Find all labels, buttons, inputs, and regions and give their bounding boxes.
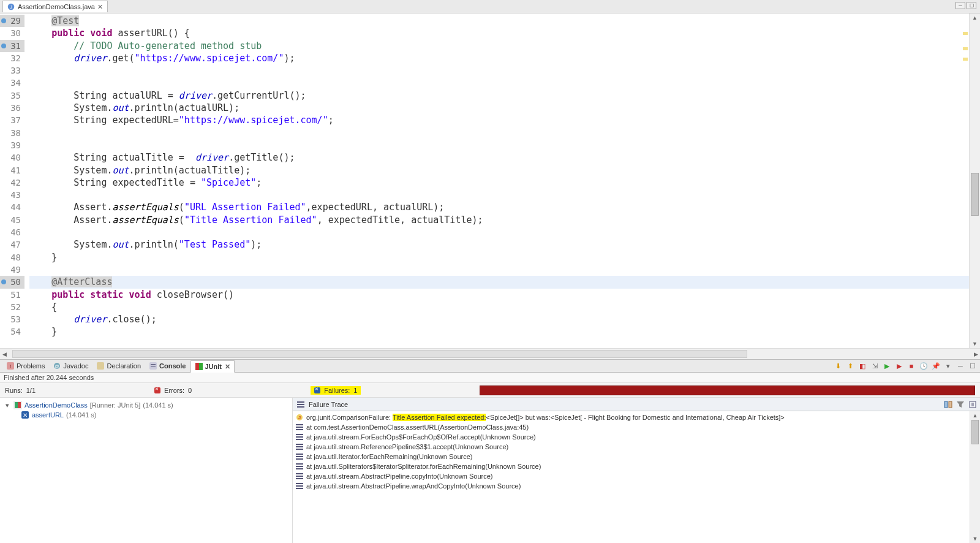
- line-number: 35: [0, 89, 24, 102]
- code-line[interactable]: public static void closeBrowser(): [29, 289, 980, 301]
- java-file-icon: J: [7, 2, 15, 11]
- prev-failure-icon[interactable]: ⬆: [845, 361, 855, 371]
- code-line[interactable]: Assert.assertEquals("URL Assertion Faile…: [29, 201, 980, 213]
- stack-frame[interactable]: at com.test.AssertionDemoClass.assertURL…: [295, 422, 978, 432]
- stack-frame[interactable]: at java.util.stream.ForEachOps$ForEachOp…: [295, 432, 978, 442]
- scroll-lock-icon[interactable]: ⇲: [870, 361, 880, 371]
- stack-frame[interactable]: at java.util.stream.AbstractPipeline.wra…: [295, 481, 978, 491]
- scroll-thumb-h[interactable]: [12, 350, 747, 358]
- minimize-button[interactable]: ─: [956, 2, 965, 9]
- close-icon[interactable]: ✕: [97, 4, 104, 10]
- code-line[interactable]: System.out.println(actualTitle);: [29, 164, 980, 177]
- svg-rect-32: [296, 444, 303, 445]
- code-line[interactable]: {: [29, 301, 980, 313]
- failure-trace-body[interactable]: Jorg.junit.ComparisonFailure: Title Asse…: [293, 411, 980, 543]
- scroll-down-icon[interactable]: ▼: [971, 340, 979, 348]
- trace-scrollbar[interactable]: ▲ ▼: [970, 411, 980, 543]
- code-line[interactable]: [29, 77, 980, 89]
- scroll-thumb[interactable]: [971, 420, 979, 444]
- show-failures-icon[interactable]: ◧: [858, 361, 867, 371]
- code-line[interactable]: [29, 139, 980, 151]
- scroll-thumb[interactable]: [971, 173, 979, 216]
- code-line[interactable]: System.out.println(actualURL);: [29, 102, 980, 114]
- svg-rect-26: [296, 424, 303, 425]
- scroll-down-icon[interactable]: ▼: [971, 534, 979, 543]
- svg-rect-13: [15, 402, 18, 408]
- code-line[interactable]: @Test: [29, 15, 980, 27]
- stop-icon[interactable]: ■: [907, 361, 916, 371]
- code-line[interactable]: String expectedURL="https://www.spicejet…: [29, 114, 980, 126]
- tab-junit[interactable]: JUnit ✕: [190, 360, 235, 373]
- code-line[interactable]: @AfterClass: [29, 276, 980, 288]
- rerun-failed-icon[interactable]: ▶: [894, 361, 904, 371]
- close-icon[interactable]: ✕: [225, 363, 230, 371]
- code-line[interactable]: [29, 226, 980, 238]
- line-number: 37: [0, 114, 24, 126]
- code-line[interactable]: driver.close();: [29, 313, 980, 325]
- tree-root[interactable]: ▾ AssertionDemoClass [Runner: JUnit 5] (…: [1, 400, 291, 410]
- code-line[interactable]: }: [29, 251, 980, 264]
- javadoc-icon: @: [53, 362, 61, 370]
- code-content[interactable]: @Test public void assertURL() { // TODO …: [24, 13, 980, 348]
- pin-icon[interactable]: 📌: [931, 361, 941, 371]
- svg-rect-35: [296, 454, 303, 455]
- code-editor[interactable]: 2930313233343536373839404142434445464748…: [0, 13, 980, 348]
- vertical-scrollbar[interactable]: ▲ ▼: [969, 13, 980, 348]
- stack-frame[interactable]: Jorg.junit.ComparisonFailure: Title Asse…: [295, 412, 978, 422]
- stack-frame-icon: [295, 472, 304, 480]
- code-line[interactable]: Assert.assertEquals("Title Assertion Fai…: [29, 214, 980, 226]
- tab-declaration[interactable]: Declaration: [92, 360, 145, 371]
- compare-icon[interactable]: [943, 400, 953, 409]
- code-line[interactable]: String actualTitle = driver.getTitle();: [29, 151, 980, 164]
- svg-rect-33: [296, 446, 303, 447]
- code-line[interactable]: System.out.println("Test Passed");: [29, 238, 980, 251]
- stack-frame[interactable]: at java.util.stream.AbstractPipeline.cop…: [295, 471, 978, 481]
- rerun-test-icon[interactable]: ▶: [882, 361, 892, 371]
- stack-frame[interactable]: at java.util.Spliterators$IteratorSplite…: [295, 461, 978, 471]
- horizontal-scrollbar[interactable]: ◀ ▶: [0, 348, 980, 359]
- tab-problems[interactable]: ! Problems: [2, 360, 49, 371]
- line-number: 42: [0, 177, 24, 189]
- scroll-right-icon[interactable]: ▶: [971, 350, 980, 358]
- tree-child[interactable]: ✕ assertURL (14.041 s): [1, 410, 291, 420]
- maximize-button[interactable]: ☐: [967, 2, 976, 9]
- test-tree[interactable]: ▾ AssertionDemoClass [Runner: JUnit 5] (…: [0, 398, 293, 543]
- svg-rect-30: [296, 436, 303, 438]
- tree-root-label[interactable]: AssertionDemoClass: [24, 401, 88, 409]
- history-icon[interactable]: 🕓: [919, 361, 929, 371]
- minimize-view-icon[interactable]: ─: [956, 361, 965, 371]
- progress-bar: [480, 385, 975, 395]
- scroll-left-icon[interactable]: ◀: [0, 350, 9, 358]
- collapse-icon[interactable]: ▾: [4, 401, 11, 409]
- filter-icon[interactable]: [956, 400, 965, 409]
- code-line[interactable]: String actualURL = driver.getCurrentUrl(…: [29, 89, 980, 102]
- scroll-up-icon[interactable]: ▲: [971, 411, 979, 420]
- code-line[interactable]: [29, 264, 980, 276]
- svg-rect-34: [296, 449, 303, 450]
- frame-nav-icon[interactable]: [968, 400, 978, 409]
- bottom-view-tabs: ! Problems @ Javadoc Declaration Console…: [0, 359, 980, 373]
- stack-frame-text: at java.util.stream.AbstractPipeline.cop…: [306, 473, 492, 480]
- code-line[interactable]: [29, 189, 980, 201]
- code-line[interactable]: }: [29, 325, 980, 338]
- code-line[interactable]: String expectedTitle = "SpiceJet";: [29, 177, 980, 189]
- code-line[interactable]: [29, 127, 980, 139]
- maximize-view-icon[interactable]: ☐: [968, 361, 978, 371]
- next-failure-icon[interactable]: ⬇: [833, 361, 843, 371]
- scroll-up-icon[interactable]: ▲: [971, 13, 979, 22]
- code-line[interactable]: driver.get("https://www.spicejet.com/");: [29, 52, 980, 64]
- svg-text:J: J: [298, 415, 301, 420]
- tree-child-label[interactable]: assertURL: [32, 411, 64, 419]
- code-line[interactable]: [29, 64, 980, 77]
- view-menu-icon[interactable]: ▾: [943, 361, 953, 371]
- svg-rect-43: [296, 478, 303, 479]
- code-line[interactable]: // TODO Auto-generated method stub: [29, 40, 980, 52]
- editor-tab[interactable]: J AssertionDemoClass.java ✕: [2, 1, 108, 12]
- code-line[interactable]: public void assertURL() {: [29, 27, 980, 39]
- line-number: 53: [0, 313, 24, 325]
- stack-frame[interactable]: at java.util.Iterator.forEachRemaining(U…: [295, 452, 978, 461]
- tab-javadoc[interactable]: @ Javadoc: [49, 360, 92, 371]
- stack-frame-icon: [295, 482, 304, 490]
- stack-frame[interactable]: at java.util.stream.ReferencePipeline$3$…: [295, 442, 978, 452]
- tab-console[interactable]: Console: [145, 360, 190, 371]
